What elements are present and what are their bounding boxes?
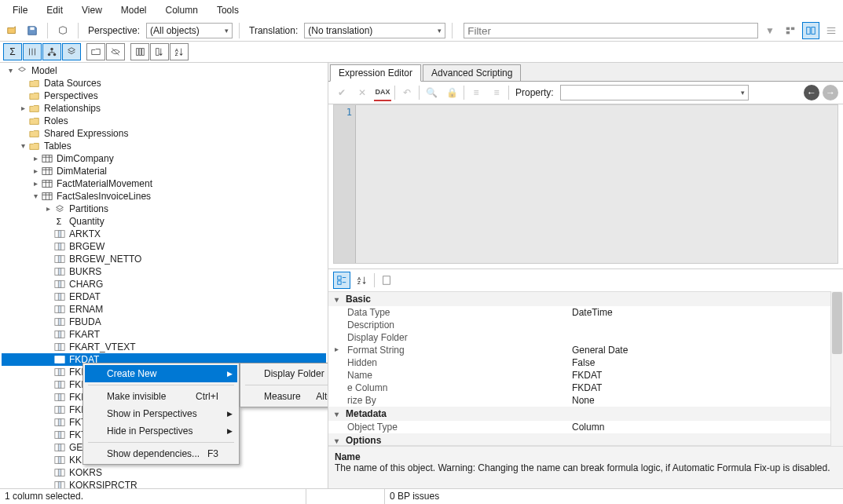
prop-row[interactable]: HiddenFalse (328, 356, 830, 369)
tree-item[interactable]: BRGEW (2, 240, 326, 253)
prop-row[interactable]: Description (328, 319, 830, 331)
dax-icon[interactable]: DAX (374, 84, 391, 101)
lock-icon[interactable]: 🔒 (443, 84, 460, 101)
sort-alpha-icon[interactable]: AZ (170, 43, 189, 60)
prop-page-icon[interactable] (378, 272, 395, 289)
save-icon[interactable] (24, 22, 41, 39)
menu-model[interactable]: Model (112, 2, 156, 19)
sigma-icon[interactable]: Σ (3, 43, 22, 60)
menu-item[interactable]: MeasureAlt+1 (242, 388, 328, 405)
menu-item[interactable]: Make invisibleCtrl+I (85, 388, 237, 405)
expander-icon[interactable]: ▾ (30, 190, 41, 203)
tree-item[interactable]: CHARG (2, 278, 326, 290)
accept-icon[interactable]: ✔ (333, 84, 350, 101)
tree-item[interactable]: ▾Tables (2, 140, 326, 152)
prop-row[interactable]: Data TypeDateTime (328, 306, 830, 319)
nav-back-icon[interactable]: ← (804, 85, 819, 100)
tab-expression-editor[interactable]: Expression Editor (330, 64, 421, 82)
sort-columns-icon[interactable] (130, 43, 149, 60)
filter-input[interactable] (464, 23, 758, 38)
perspective-combo[interactable]: (All objects)▾ (146, 23, 233, 38)
menu-item[interactable]: Display Folder (242, 365, 328, 382)
prop-row[interactable]: NameFKDAT (328, 369, 830, 382)
search-icon[interactable]: 🔍 (423, 84, 440, 101)
property-grid[interactable]: ▾BasicData TypeDateTimeDescriptionDispla… (328, 291, 830, 446)
tab-advanced-scripting[interactable]: Advanced Scripting (423, 64, 521, 81)
hierarchy-icon[interactable] (42, 43, 61, 60)
prop-row[interactable]: ▸Format StringGeneral Date (328, 344, 830, 356)
prop-row[interactable]: e ColumnFKDAT (328, 382, 830, 394)
cube-icon[interactable] (54, 22, 71, 39)
menu-item[interactable]: Show dependencies...F3 (85, 445, 237, 462)
tree-item[interactable]: FKART_VTEXT (2, 341, 326, 353)
tree-item[interactable]: ΣQuantity (2, 215, 326, 228)
menu-edit[interactable]: Edit (37, 2, 72, 19)
expander-icon[interactable]: ▸ (30, 165, 41, 177)
tree-item[interactable]: Shared Expressions (2, 127, 326, 140)
expander-icon[interactable]: ▾ (17, 140, 28, 152)
expander-icon[interactable]: ▸ (30, 177, 41, 190)
folders-icon[interactable] (86, 43, 105, 60)
tree-item[interactable]: Perspectives (2, 89, 326, 102)
tree-item[interactable]: ▸FactMaterialMovement (2, 177, 326, 190)
layout-list-icon[interactable] (823, 22, 840, 39)
editor-content[interactable] (356, 105, 838, 263)
status-bp-issues[interactable]: 0 BP issues (385, 489, 843, 504)
undo-icon[interactable]: ↶ (398, 84, 416, 101)
menu-column[interactable]: Column (156, 2, 207, 19)
translation-combo[interactable]: (No translation)▾ (304, 23, 445, 38)
open-icon[interactable] (3, 22, 20, 39)
expander-icon[interactable]: ▸ (30, 152, 41, 165)
tree-item[interactable]: ▸DimCompany (2, 152, 326, 165)
property-combo[interactable]: ▾ (560, 85, 749, 100)
filter-funnel-icon[interactable]: ▼ (761, 22, 779, 39)
tree-item[interactable]: KOKRSIPRCTR (2, 479, 326, 488)
nav-forward-icon[interactable]: → (823, 85, 838, 100)
prop-row[interactable]: Object TypeColumn (328, 421, 830, 433)
tree-item[interactable]: BRGEW_NETTO (2, 253, 326, 265)
tree-item[interactable]: ▸DimMaterial (2, 165, 326, 177)
menu-item[interactable]: Create New▶ (85, 365, 237, 382)
menu-item[interactable]: Hide in Perspectives▶ (85, 422, 237, 440)
measure-icon: Σ (53, 217, 66, 226)
prop-group[interactable]: ▾Metadata (328, 407, 830, 421)
tree-item[interactable]: ARKTX (2, 228, 326, 240)
group-icon[interactable] (782, 22, 799, 39)
outdent-icon[interactable]: ≡ (467, 84, 485, 101)
expander-icon[interactable]: ▸ (42, 203, 53, 215)
tree-item[interactable]: FBUDA (2, 316, 326, 328)
tree-item[interactable]: FKART (2, 328, 326, 341)
tree-item[interactable]: ▸Partitions (2, 203, 326, 215)
tree-item[interactable]: BUKRS (2, 265, 326, 278)
tree-item[interactable]: KOKRS (2, 466, 326, 479)
prop-row[interactable]: Display Folder (328, 331, 830, 344)
tree-item[interactable]: ▾FactSalesInvoiceLines (2, 190, 326, 203)
menu-tools[interactable]: Tools (207, 2, 248, 19)
partitions-icon[interactable] (62, 43, 81, 60)
prop-group[interactable]: ▾Options (328, 433, 830, 446)
indent-icon[interactable]: ≡ (488, 84, 505, 101)
tree-label: KOKRSIPRCTR (68, 479, 137, 488)
tree-item[interactable]: ERNAM (2, 303, 326, 316)
menu-view[interactable]: View (72, 2, 112, 19)
properties-scrollbar[interactable] (830, 291, 843, 446)
cancel-icon[interactable]: ✕ (354, 84, 371, 101)
columns-icon[interactable] (23, 43, 42, 60)
sort-type-icon[interactable] (150, 43, 169, 60)
expression-editor-body[interactable]: 1 (333, 104, 838, 264)
menu-file[interactable]: File (3, 2, 37, 19)
tree-item[interactable]: ▸Relationships (2, 102, 326, 115)
alphabetical-icon[interactable]: AZ (354, 272, 371, 289)
prop-group[interactable]: ▾Basic (328, 292, 830, 306)
expander-icon[interactable]: ▾ (5, 64, 16, 77)
menu-item[interactable]: Show in Perspectives▶ (85, 405, 237, 422)
expander-icon[interactable]: ▸ (17, 102, 28, 115)
tree-item[interactable]: Data Sources (2, 77, 326, 89)
layout-split-icon[interactable] (802, 22, 819, 39)
prop-row[interactable]: rize ByNone (328, 394, 830, 407)
tree-root[interactable]: ▾ Model (2, 64, 326, 77)
tree-item[interactable]: Roles (2, 115, 326, 127)
tree-item[interactable]: ERDAT (2, 290, 326, 303)
categorized-icon[interactable] (333, 272, 350, 289)
hidden-icon[interactable] (106, 43, 125, 60)
